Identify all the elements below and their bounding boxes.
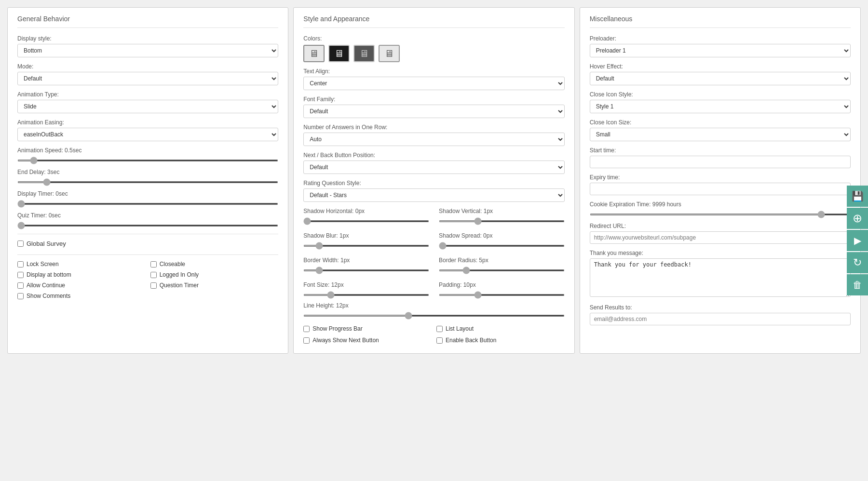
padding-group: Padding: 10px <box>439 281 565 297</box>
show-progress-bar-checkbox[interactable] <box>303 326 310 332</box>
expiry-time-label: Expiry time: <box>590 174 851 181</box>
font-size-group: Font Size: 12px <box>303 281 429 297</box>
next-back-select[interactable]: Default Top Bottom <box>303 160 564 174</box>
color-swatch-light[interactable]: 🖥 <box>303 45 325 62</box>
checkbox-grid: Lock Screen Closeable Display at bottom … <box>17 261 278 299</box>
always-show-next-checkbox[interactable] <box>303 337 310 344</box>
num-answers-select[interactable]: Auto 1 2 3 4 <box>303 133 564 146</box>
animation-speed-group: Animation Speed: 0.5sec <box>17 147 278 163</box>
delete-button[interactable]: 🗑 <box>847 274 868 295</box>
shadow-spread-slider[interactable] <box>439 245 565 247</box>
animation-speed-slider[interactable] <box>17 160 278 161</box>
close-icon-style-select[interactable]: Style 1 Style 2 Style 3 <box>590 100 851 113</box>
shadow-vertical-slider[interactable] <box>439 220 565 222</box>
style-appearance-panel: Style and Appearance Colors: 🖥 🖥 🖥 🖥 Tex… <box>293 7 574 354</box>
lock-screen-label: Lock Screen <box>27 261 59 267</box>
style-appearance-title: Style and Appearance <box>303 15 564 28</box>
play-button[interactable]: ▶ <box>847 230 868 251</box>
start-time-input[interactable] <box>590 156 851 168</box>
start-time-label: Start time: <box>590 147 851 154</box>
next-back-label: Next / Back Button Position: <box>303 152 564 159</box>
line-height-slider[interactable] <box>303 315 564 317</box>
lock-screen-checkbox[interactable] <box>17 261 24 267</box>
color-swatch-dark[interactable]: 🖥 <box>328 45 350 62</box>
text-align-label: Text Align: <box>303 68 564 75</box>
end-delay-slider[interactable] <box>17 181 278 183</box>
cookie-expiration-slider[interactable] <box>590 214 851 215</box>
allow-continue-label: Allow Continue <box>27 282 65 289</box>
font-size-label: Font Size: 12px <box>303 281 429 288</box>
show-comments-label: Show Comments <box>27 293 70 299</box>
thank-you-textarea[interactable]: Thank you for your feedback! <box>590 258 851 297</box>
animation-speed-label: Animation Speed: 0.5sec <box>17 147 278 154</box>
shadow-horizontal-group: Shadow Horizontal: 0px <box>303 208 429 224</box>
list-layout-checkbox[interactable] <box>436 326 443 332</box>
general-behavior-title: General Behavior <box>17 15 278 28</box>
add-button[interactable]: ⊕ <box>847 208 868 229</box>
show-progress-bar-label: Show Progress Bar <box>312 325 362 332</box>
cookie-expiration-label: Cookie Expiration Time: 9999 hours <box>590 201 851 208</box>
display-timer-label: Display Timer: 0sec <box>17 190 278 197</box>
closeable-item: Closeable <box>150 261 279 267</box>
display-style-select[interactable]: Bottom Top Left Right Center <box>17 44 278 57</box>
allow-continue-checkbox[interactable] <box>17 282 24 289</box>
divider-2 <box>17 254 278 255</box>
shadow-horizontal-label: Shadow Horizontal: 0px <box>303 208 429 214</box>
color-swatches: 🖥 🖥 🖥 🖥 <box>303 45 564 62</box>
closeable-checkbox[interactable] <box>150 261 157 267</box>
rating-style-label: Rating Question Style: <box>303 180 564 187</box>
thank-you-label: Thank you message: <box>590 250 851 256</box>
close-icon-size-select[interactable]: Small Medium Large <box>590 128 851 141</box>
question-timer-checkbox[interactable] <box>150 282 157 289</box>
shadow-spread-label: Shadow Spread: 0px <box>439 232 565 239</box>
redirect-url-input[interactable] <box>590 231 851 244</box>
display-timer-slider[interactable] <box>17 203 278 205</box>
font-family-select[interactable]: Default Arial Times New Roman <box>303 105 564 118</box>
end-delay-label: End Delay: 3sec <box>17 169 278 175</box>
always-show-next-item: Always Show Next Button <box>303 337 432 344</box>
shadow-blur-label: Shadow Blur: 1px <box>303 232 429 239</box>
color-swatch-gray[interactable]: 🖥 <box>353 45 375 62</box>
logged-in-only-item: Logged In Only <box>150 271 279 278</box>
mode-select[interactable]: Default Mode 1 Mode 2 <box>17 72 278 85</box>
global-survey-row: Global Survey <box>17 240 278 247</box>
animation-easing-select[interactable]: easeInOutBack linear easeIn easeOut <box>17 128 278 141</box>
question-timer-item: Question Timer <box>150 282 279 289</box>
cookie-expiration-group: Cookie Expiration Time: 9999 hours <box>590 201 851 217</box>
quiz-timer-group: Quiz Timer: 0sec <box>17 212 278 228</box>
save-button[interactable]: 💾 <box>847 186 868 207</box>
save-icon: 💾 <box>852 190 864 202</box>
border-width-slider[interactable] <box>303 269 429 271</box>
logged-in-only-checkbox[interactable] <box>150 272 157 278</box>
text-align-select[interactable]: Center Left Right <box>303 77 564 90</box>
preloader-group: Preloader: Preloader 1 Preloader 2 None <box>590 35 851 57</box>
end-delay-group: End Delay: 3sec <box>17 169 278 185</box>
close-icon-style-label: Close Icon Style: <box>590 91 851 98</box>
display-at-bottom-checkbox[interactable] <box>17 272 24 278</box>
question-timer-label: Question Timer <box>160 282 199 289</box>
quiz-timer-slider[interactable] <box>17 225 278 227</box>
animation-type-select[interactable]: Slide Fade Bounce <box>17 100 278 113</box>
hover-effect-select[interactable]: Default Highlight Glow <box>590 72 851 85</box>
rating-style-select[interactable]: Default - Stars Numbers Emoji <box>303 188 564 202</box>
shadow-horizontal-slider[interactable] <box>303 220 429 222</box>
global-survey-checkbox[interactable] <box>17 240 24 247</box>
send-results-input[interactable] <box>590 313 851 325</box>
start-time-group: Start time: <box>590 147 851 168</box>
border-width-label: Border Width: 1px <box>303 257 429 264</box>
text-align-group: Text Align: Center Left Right <box>303 68 564 90</box>
expiry-time-group: Expiry time: <box>590 174 851 195</box>
expiry-time-input[interactable] <box>590 183 851 195</box>
font-size-slider[interactable] <box>303 294 429 296</box>
border-radius-slider[interactable] <box>439 269 565 271</box>
preloader-select[interactable]: Preloader 1 Preloader 2 None <box>590 44 851 57</box>
color-swatch-outline[interactable]: 🖥 <box>379 45 400 62</box>
shadow-blur-slider[interactable] <box>303 245 429 247</box>
refresh-button[interactable]: ↻ <box>847 252 868 273</box>
enable-back-button-checkbox[interactable] <box>436 337 443 344</box>
padding-slider[interactable] <box>439 294 565 296</box>
logged-in-only-label: Logged In Only <box>160 271 199 278</box>
next-back-group: Next / Back Button Position: Default Top… <box>303 152 564 174</box>
shadow-sliders: Shadow Horizontal: 0px Shadow Vertical: … <box>303 208 564 302</box>
show-comments-checkbox[interactable] <box>17 293 24 299</box>
